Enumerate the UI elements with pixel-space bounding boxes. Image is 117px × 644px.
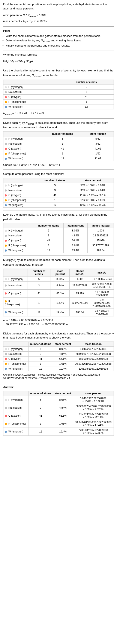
table-row: O (oxygen) 41 66.1% 15.999 41 × 15.999= … xyxy=(3,290,114,297)
w-percent-4: 19.4% xyxy=(64,248,88,253)
p-fraction-6: 30.973761998/2967.022069838 xyxy=(73,361,114,366)
w-circle-4 xyxy=(5,250,7,252)
p-percent-5: 1.61% xyxy=(51,297,70,308)
element-na-ans: Na (sodium) xyxy=(3,404,28,412)
table-row: W (tungsten) 12 12/62 × 100% = 19.4% xyxy=(3,202,114,208)
divider-3 xyxy=(3,66,114,66)
na-atomic-mass-5: 22.98976928 xyxy=(69,282,90,290)
table-row: P (phosphorus) 1 xyxy=(3,99,114,104)
h-mass: 1.008 xyxy=(88,228,114,233)
h-circle-ans xyxy=(5,399,7,401)
h-percent-4: 8.06% xyxy=(64,228,88,233)
col-element-6 xyxy=(3,342,28,346)
w-fraction-6: 2206.08/2967.022069838 xyxy=(73,366,114,371)
table-row: H (hydrogen) 5 5/62 × 100% = 8.06% xyxy=(3,183,114,188)
w-percent-6: 19.4% xyxy=(53,366,73,371)
plan-item-2: Determine values for Ni, mi, Natoms, and… xyxy=(6,38,114,43)
na-circle-3 xyxy=(5,190,7,192)
mass-percent-formula: mass percent = Ni × mi / m × 100% xyxy=(3,19,114,24)
na-atoms-5: 3 xyxy=(27,282,51,290)
na-atoms-3: 3 xyxy=(38,188,72,193)
w-atoms-5: 12 xyxy=(27,308,51,316)
plan-section: Plan: Write the chemical formula and gat… xyxy=(3,29,114,48)
step4-description: Look up the atomic mass, mi, in unified … xyxy=(3,212,114,222)
col-mass-percent-ans: mass percent xyxy=(73,391,114,396)
o-circle-2 xyxy=(5,148,7,150)
table-row: H (hydrogen) 5 8.06% 5.040/2967.02206983… xyxy=(3,396,114,404)
step5-total: m = 5.040 u + 68.96930784 u + 655.959 u … xyxy=(3,318,114,326)
na-atoms-4: 3 xyxy=(34,233,64,238)
p-atomic-mass-5: 30.973761998 xyxy=(69,297,90,308)
divider-2 xyxy=(3,50,114,50)
col-fraction-6: mass fraction xyxy=(73,342,114,346)
na-circle-ans xyxy=(5,407,7,409)
p-mass-5: 1 × 30.973761998= 30.973761998 xyxy=(90,297,114,308)
h-atoms-3: 5 xyxy=(38,183,72,188)
p-atoms-ans: 1 xyxy=(28,420,53,428)
w-atoms-4: 12 xyxy=(34,248,64,253)
o-atoms-2: 41 xyxy=(43,146,82,151)
step5-description: Multiply Ni by mi to compute the mass fo… xyxy=(3,258,114,267)
p-atoms-2: 1 xyxy=(43,151,82,156)
w-atoms-3: 12 xyxy=(38,202,72,208)
h-circle xyxy=(5,86,7,88)
element-na: Na (sodium) xyxy=(3,90,59,94)
h-circle-5 xyxy=(5,278,7,280)
answer-section: Answer: number of atoms atom percent mas… xyxy=(3,385,114,436)
o-percent-4: 66.1% xyxy=(64,238,88,243)
h-atoms-4: 5 xyxy=(34,228,64,233)
o-circle-ans xyxy=(5,415,7,417)
step1-section: Use the chemical formula to count the nu… xyxy=(3,68,114,116)
w-circle-3 xyxy=(5,204,7,206)
element-p: P (phosphorus) xyxy=(3,99,59,104)
col-element-2 xyxy=(3,131,43,136)
p-percent-4: 1.61% xyxy=(64,243,88,248)
h-circle-4 xyxy=(5,230,7,232)
element-w-2: W (tungsten) xyxy=(3,156,43,161)
plan-item-3: Finally, compute the percents and check … xyxy=(6,44,114,48)
p-mass-percent-ans: 30.973761998/2967.022069838× 100% = 1.04… xyxy=(73,420,114,428)
table-row: O (oxygen) 41 66.1% 15.999 xyxy=(3,238,114,243)
o-atoms-5: 41 xyxy=(27,290,51,297)
col-percent-5: atom percent xyxy=(51,268,70,276)
table-row: O (oxygen) 41 66.1% 655.999/2967.0220698… xyxy=(3,356,114,361)
step4-table: number of atoms atom percent atomic mass… xyxy=(3,223,114,253)
col-atoms-6: number of atoms xyxy=(28,342,53,346)
col-fraction-2: atom fraction xyxy=(82,131,114,136)
p-atoms-4: 1 xyxy=(34,243,64,248)
na-circle-2 xyxy=(5,143,7,145)
element-na-2: Na (sodium) xyxy=(3,141,43,146)
h-percent-6: 8.06% xyxy=(53,346,73,352)
w-fraction: 12/62 xyxy=(82,156,114,161)
na-atoms-6: 3 xyxy=(28,352,53,356)
h-percent-5: 8.06% xyxy=(51,276,70,282)
p-atoms-5: 1 xyxy=(27,297,51,308)
table-row: H (hydrogen) 5 8.06% 1.008 xyxy=(3,228,114,233)
header-section: Find the elemental composition for sodiu… xyxy=(3,2,114,10)
na-fraction-6: 68.96930784/2967.022069838 xyxy=(73,352,114,356)
o-atoms-1: 41 xyxy=(59,94,114,99)
h-percent-3: 5/62 × 100% = 8.06% xyxy=(72,183,114,188)
element-na-5: Na (sodium) xyxy=(3,282,27,290)
o-circle-5 xyxy=(5,292,7,294)
na-fraction: 3/62 xyxy=(82,141,114,146)
col-atoms-2: number of atoms xyxy=(43,131,82,136)
na-atoms-ans: 3 xyxy=(28,404,53,412)
step2-description: Divide each Ni by Natoms to calculate at… xyxy=(3,121,114,130)
answer-table: number of atoms atom percent mass percen… xyxy=(3,391,114,436)
o-atoms-ans: 41 xyxy=(28,412,53,420)
h-circle-3 xyxy=(5,184,7,187)
w-mass: 183.84 xyxy=(88,248,114,253)
element-p-5: P (phosphorus) xyxy=(3,297,27,308)
step6-table: number of atoms atom percent mass fracti… xyxy=(3,342,114,371)
h-circle-2 xyxy=(5,138,7,140)
table-row: Na (sodium) 3 4.84% 22.98976928 xyxy=(3,233,114,238)
element-h-ans: H (hydrogen) xyxy=(3,396,28,404)
element-h-4: H (hydrogen) xyxy=(3,228,34,233)
na-atoms-1: 3 xyxy=(59,90,114,94)
header-text: Find the elemental composition for sodiu… xyxy=(3,2,114,10)
atom-percent-formula: atom percent = Ni / Natoms × 100% xyxy=(3,13,114,18)
element-w: W (tungsten) xyxy=(3,104,59,109)
element-p-4: P (phosphorus) xyxy=(3,243,34,248)
element-p-6: P (phosphorus) xyxy=(3,361,28,366)
